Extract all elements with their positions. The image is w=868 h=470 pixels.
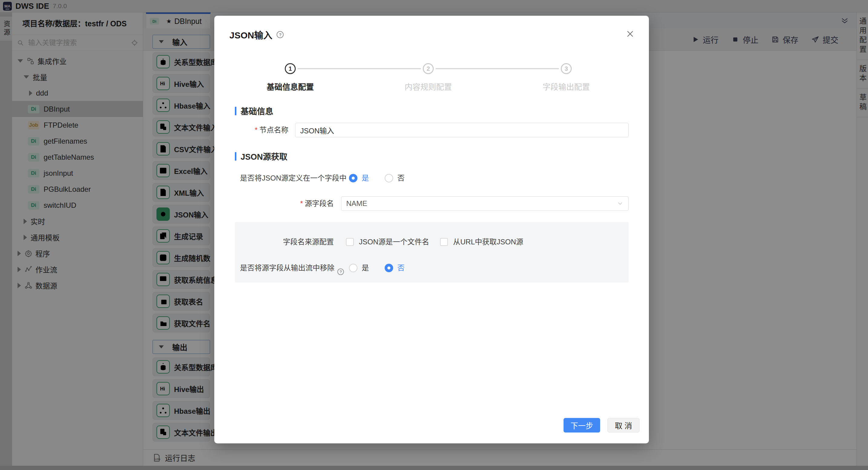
svg-text:?: ?: [279, 32, 281, 37]
step-circle: 1: [285, 63, 296, 74]
section-json-source: JSON源获取: [235, 150, 287, 162]
field-source-config-label: 字段名来源配置: [237, 235, 334, 249]
step-label: 基础信息配置: [245, 81, 336, 92]
remove-no-radio[interactable]: [385, 264, 393, 272]
required-asterisk: *: [300, 199, 303, 207]
step-connector: [435, 68, 559, 69]
field-source-config-row: 字段名来源配置 JSON源是一个文件名 从URL中获取JSON源: [214, 235, 649, 249]
dialog-title-text: JSON输入: [229, 28, 272, 41]
node-name-label: *节点名称: [237, 123, 288, 137]
step-circle: 2: [423, 63, 434, 74]
next-step-button[interactable]: 下一步: [563, 418, 600, 433]
remove-source-field-row: 是否将源字段从输出流中移除 ? 是 否: [214, 261, 649, 275]
define-in-field-label: 是否将JSON源定义在一个字段中: [235, 171, 346, 186]
wizard-step-2: 2内容规则配置: [383, 63, 474, 92]
wizard-step-3: 3字段输出配置: [521, 63, 612, 92]
remove-no-label[interactable]: 否: [397, 261, 405, 275]
step-label: 内容规则配置: [383, 81, 474, 92]
node-name-input[interactable]: [295, 123, 629, 137]
json-from-url-checkbox[interactable]: [440, 238, 448, 246]
define-no-radio[interactable]: [385, 174, 393, 182]
dialog-title: JSON输入 ?: [229, 28, 284, 41]
json-is-filename-label[interactable]: JSON源是一个文件名: [359, 235, 429, 249]
svg-text:?: ?: [340, 269, 342, 274]
source-field-value: NAME: [346, 199, 367, 208]
remove-source-field-label: 是否将源字段从输出流中移除 ?: [227, 261, 344, 275]
section-basic-info: 基础信息: [235, 105, 273, 117]
help-icon[interactable]: ?: [276, 31, 284, 39]
close-icon[interactable]: [626, 30, 634, 38]
define-in-field-row: 是否将JSON源定义在一个字段中 是 否: [214, 171, 649, 186]
json-input-dialog: JSON输入 ? 1基础信息配置2内容规则配置3字段输出配置 基础信息 *节点名…: [214, 16, 649, 443]
node-name-row: *节点名称: [214, 123, 649, 137]
define-yes-label[interactable]: 是: [362, 171, 369, 186]
remove-yes-radio[interactable]: [349, 264, 358, 272]
section-json-source-label: JSON源获取: [241, 150, 287, 162]
json-from-url-label[interactable]: 从URL中获取JSON源: [453, 235, 523, 249]
wizard-step-1: 1基础信息配置: [245, 63, 336, 92]
cancel-button[interactable]: 取 消: [608, 418, 640, 433]
step-circle: 3: [561, 63, 572, 74]
chevron-down-icon: [617, 200, 623, 207]
define-yes-radio[interactable]: [349, 174, 358, 182]
define-no-label[interactable]: 否: [397, 171, 405, 186]
step-connector: [298, 68, 421, 69]
help-icon[interactable]: ?: [337, 268, 344, 275]
step-label: 字段输出配置: [521, 81, 612, 92]
source-field-select[interactable]: NAME: [341, 196, 629, 211]
source-field-label: *源字段名: [237, 196, 334, 211]
section-basic-info-label: 基础信息: [241, 105, 273, 117]
remove-yes-label[interactable]: 是: [362, 261, 369, 275]
json-is-filename-checkbox[interactable]: [346, 238, 354, 246]
required-asterisk: *: [255, 126, 257, 134]
source-field-row: *源字段名 NAME: [214, 196, 649, 211]
